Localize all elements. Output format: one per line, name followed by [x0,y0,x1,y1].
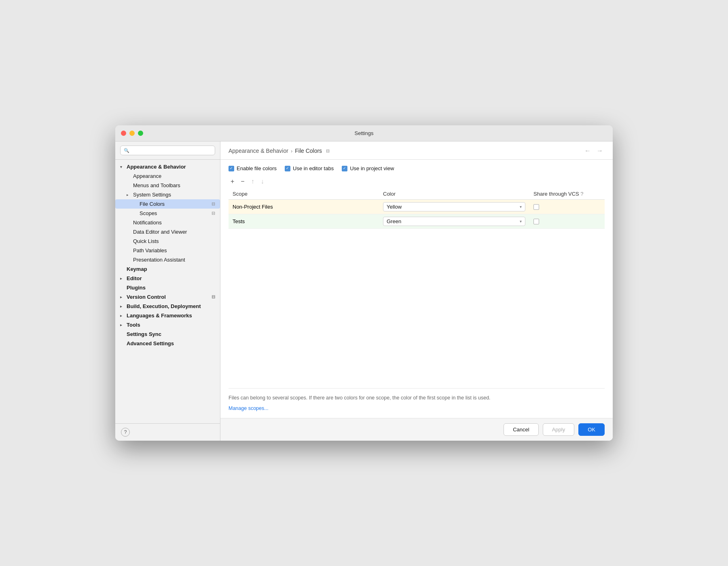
sidebar-item-languages[interactable]: ▸ Languages & Frameworks [115,311,220,320]
search-icon: 🔍 [124,148,129,153]
col-header-scope: Scope [229,188,379,200]
sidebar-item-appearance-behavior[interactable]: ▾ Appearance & Behavior [115,162,220,171]
use-in-project-view-checkbox[interactable]: ✓ [342,166,347,171]
color-cell: Yellow ▾ [379,200,529,214]
table-row: Tests Green ▾ [229,214,605,229]
sidebar-item-label: Advanced Settings [127,340,174,346]
sidebar-item-settings-sync[interactable]: Settings Sync [115,329,220,339]
sidebar-item-label: Notifications [133,220,162,226]
manage-scopes-link[interactable]: Manage scopes... [229,405,269,412]
sidebar-item-keymap[interactable]: Keymap [115,264,220,274]
sidebar-item-build-execution[interactable]: ▸ Build, Execution, Deployment [115,302,220,311]
breadcrumb-separator: › [291,148,292,154]
sidebar-item-tools[interactable]: ▸ Tools [115,320,220,329]
sidebar-item-data-editor[interactable]: Data Editor and Viewer [115,227,220,237]
content-body: ✓ Enable file colors ✓ Use in editor tab… [220,160,613,418]
sidebar-item-system-settings[interactable]: ▸ System Settings [115,190,220,199]
nav-arrows: ← → [583,146,605,155]
sidebar-item-label: Scopes [140,210,157,216]
table-row: Non-Project Files Yellow ▾ [229,200,605,214]
back-button[interactable]: ← [583,146,593,155]
toolbar: + − ↑ ↓ [229,177,605,188]
scope-name: Tests [233,218,245,224]
help-text-area: Files can belong to several scopes. If t… [229,388,605,413]
chevron-down-icon: ▾ [520,219,522,224]
sidebar: 🔍 ▾ Appearance & Behavior Appearance Men… [115,142,220,441]
remove-button[interactable]: − [239,177,246,186]
sidebar-item-file-colors[interactable]: File Colors ⊟ [115,199,220,209]
vcs-checkbox-row2[interactable] [533,219,539,224]
sidebar-item-menus-toolbars[interactable]: Menus and Toolbars [115,181,220,190]
sidebar-item-label: Quick Lists [133,238,159,244]
sidebar-item-label: Version Control [127,294,166,300]
sidebar-item-label: Build, Execution, Deployment [127,303,201,309]
use-in-editor-tabs-label[interactable]: ✓ Use in editor tabs [285,165,334,171]
breadcrumb-icon: ⊟ [326,148,330,154]
options-row: ✓ Enable file colors ✓ Use in editor tab… [229,165,605,171]
title-bar: Settings [115,125,613,142]
forward-button[interactable]: → [595,146,605,155]
sidebar-item-label: Appearance & Behavior [127,164,186,170]
search-wrapper[interactable]: 🔍 [120,146,215,155]
maximize-button[interactable] [138,131,143,136]
sidebar-item-advanced-settings[interactable]: Advanced Settings [115,339,220,348]
chevron-right-icon: ▸ [127,193,131,197]
sidebar-item-label: File Colors [140,201,165,207]
enable-file-colors-text: Enable file colors [237,165,277,171]
vcs-cell [529,214,605,229]
version-control-icon: ⊟ [212,294,215,300]
move-up-button[interactable]: ↑ [249,177,256,186]
sidebar-item-label: Data Editor and Viewer [133,229,187,235]
ok-button[interactable]: OK [578,423,605,436]
sidebar-item-scopes[interactable]: Scopes ⊟ [115,209,220,218]
vcs-checkbox-row1[interactable] [533,204,539,210]
breadcrumb-parent[interactable]: Appearance & Behavior [229,148,288,154]
sidebar-item-version-control[interactable]: ▸ Version Control ⊟ [115,292,220,302]
sidebar-item-label: Editor [127,275,142,281]
check-icon: ✓ [343,167,346,170]
sidebar-item-label: Path Variables [133,247,167,253]
check-icon: ✓ [286,167,289,170]
color-value: Yellow [387,204,402,210]
sidebar-item-label: Settings Sync [127,331,161,337]
use-in-project-view-label[interactable]: ✓ Use in project view [342,165,394,171]
add-button[interactable]: + [229,177,236,186]
use-in-editor-tabs-checkbox[interactable]: ✓ [285,166,290,171]
use-in-project-view-text: Use in project view [350,165,394,171]
sidebar-item-presentation-assistant[interactable]: Presentation Assistant [115,255,220,264]
check-icon: ✓ [230,167,233,170]
cancel-button[interactable]: Cancel [504,423,538,436]
enable-file-colors-checkbox[interactable]: ✓ [229,166,234,171]
sidebar-item-notifications[interactable]: Notifications [115,218,220,227]
vcs-help-icon[interactable]: ? [580,191,583,197]
breadcrumb-current: File Colors [295,148,322,154]
breadcrumb: Appearance & Behavior › File Colors ⊟ [229,148,330,154]
sidebar-item-label: System Settings [133,192,171,198]
color-cell: Green ▾ [379,214,529,229]
color-dropdown-green[interactable]: Green ▾ [383,217,525,226]
vcs-cell [529,200,605,214]
content-header: Appearance & Behavior › File Colors ⊟ ← … [220,142,613,160]
search-input[interactable] [132,148,212,153]
close-button[interactable] [121,131,126,136]
move-down-button[interactable]: ↓ [259,177,266,186]
apply-button[interactable]: Apply [543,423,575,436]
sidebar-item-label: Presentation Assistant [133,257,185,263]
sidebar-item-editor[interactable]: ▸ Editor [115,274,220,283]
color-dropdown-yellow[interactable]: Yellow ▾ [383,202,525,211]
sidebar-item-appearance[interactable]: Appearance [115,171,220,181]
scope-name: Non-Project Files [233,204,273,210]
sidebar-item-quick-lists[interactable]: Quick Lists [115,237,220,246]
enable-file-colors-label[interactable]: ✓ Enable file colors [229,165,277,171]
chevron-right-icon: ▸ [120,295,125,299]
help-button[interactable]: ? [121,428,130,437]
main-layout: 🔍 ▾ Appearance & Behavior Appearance Men… [115,142,613,441]
sidebar-item-path-variables[interactable]: Path Variables [115,246,220,255]
scope-cell: Tests [229,214,379,229]
search-bar: 🔍 [115,142,220,160]
sidebar-item-plugins[interactable]: Plugins [115,283,220,292]
chevron-down-icon: ▾ [120,165,125,169]
minimize-button[interactable] [129,131,135,136]
file-colors-icon: ⊟ [212,201,215,207]
sidebar-item-label: Menus and Toolbars [133,182,180,188]
